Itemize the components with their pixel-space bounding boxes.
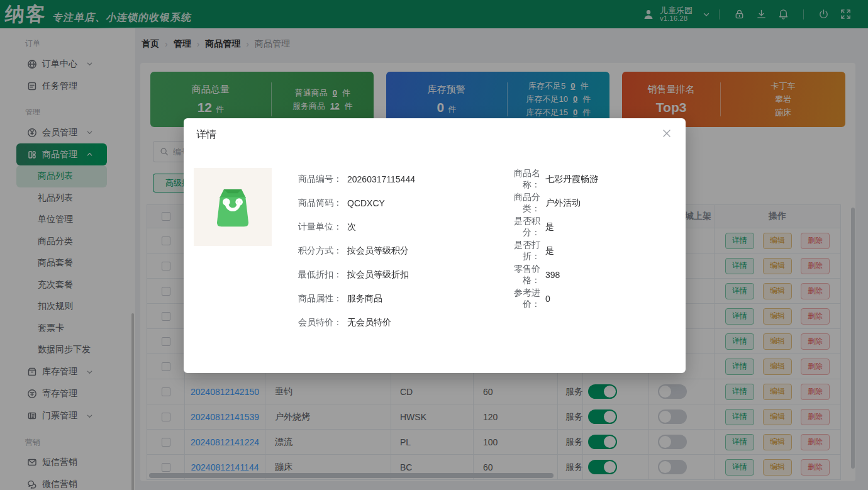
detail-modal: 详情 商品编号：20260317115444商品简码：QCDXCY计量单位：次积… (184, 118, 686, 373)
field-value: 七彩丹霞畅游 (545, 174, 598, 185)
field-value: 是 (545, 221, 554, 233)
field-label: 零售价格： (497, 264, 540, 286)
field-label: 会员特价： (296, 317, 342, 328)
field-label: 是否打折： (497, 240, 540, 262)
field-value: 398 (545, 270, 560, 280)
modal-field-row: 参考进价：0 (184, 287, 598, 311)
modal-field-row: 会员特价：无会员特价 (184, 311, 415, 335)
field-value: 是 (545, 245, 554, 257)
modal-fields-right: 商品名称：七彩丹霞畅游商品分类：户外活动是否积分：是是否打折：是零售价格：398… (184, 167, 598, 311)
field-value: 户外活动 (545, 198, 581, 209)
field-label: 是否积分： (497, 216, 540, 238)
modal-field-row: 商品名称：七彩丹霞畅游 (184, 167, 598, 191)
modal-field-row: 是否打折：是 (184, 239, 598, 263)
field-value: 无会员特价 (347, 317, 391, 328)
field-label: 参考进价： (497, 287, 540, 310)
modal-field-row: 零售价格：398 (184, 263, 598, 287)
close-icon[interactable] (662, 128, 672, 138)
modal-field-row: 是否积分：是 (184, 215, 598, 239)
field-label: 商品名称： (497, 168, 540, 191)
field-label: 商品分类： (497, 192, 540, 214)
modal-field-row: 商品分类：户外活动 (184, 191, 598, 215)
modal-title: 详情 (196, 128, 216, 142)
field-value: 0 (545, 294, 550, 304)
